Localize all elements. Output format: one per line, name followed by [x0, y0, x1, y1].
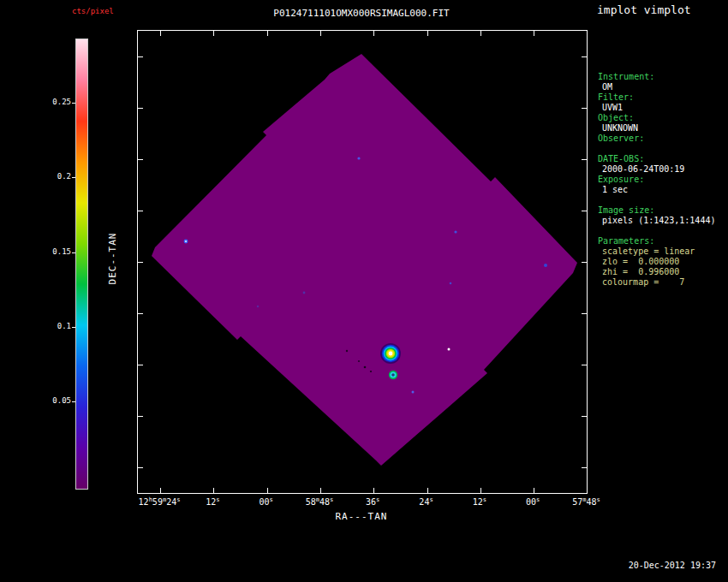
info-value: pixels (1:1423,1:1444) [598, 216, 715, 226]
info-panel: Instrument:OMFilter:UVW1Object:UNKNOWNOb… [598, 72, 715, 288]
point-source [454, 230, 456, 233]
info-label: Instrument: [598, 72, 715, 82]
x-tick-mark [427, 488, 428, 493]
x-tick-label: 00s [526, 496, 540, 507]
point-source [185, 241, 187, 242]
colorbar-tick-label: 0.15 [33, 247, 71, 256]
point-source [357, 157, 360, 159]
point-source [450, 282, 452, 285]
info-label: Parameters: [598, 236, 715, 246]
sky-image [138, 31, 587, 493]
x-tick-mark [534, 488, 534, 493]
colorbar-tick-label: 0.05 [33, 396, 71, 405]
y-tick-mark [582, 416, 587, 417]
point-source [346, 350, 348, 352]
detector-footprint [152, 54, 577, 466]
x-tick-label: 24s [419, 496, 433, 507]
colorbar-tick-mark [72, 177, 75, 178]
colorbar-tick-label: 0.1 [33, 322, 71, 330]
colorbar-tick-mark [72, 327, 75, 328]
point-source [389, 352, 393, 356]
app-title: implot vimplot [597, 3, 691, 16]
x-tick-mark [534, 31, 534, 36]
x-tick-label: 57m48s [572, 496, 600, 507]
x-tick-label: 58m48s [306, 496, 334, 507]
point-source [544, 264, 547, 267]
y-tick-mark [138, 159, 143, 160]
y-tick-mark [138, 416, 143, 417]
info-gap [598, 226, 715, 236]
x-tick-label: 12s [473, 496, 486, 507]
info-label: Observer: [598, 134, 715, 144]
x-tick-mark [427, 31, 428, 36]
x-tick-mark [587, 488, 588, 493]
y-tick-mark [582, 108, 587, 109]
point-source [358, 360, 360, 362]
colorbar-units-label: cts/pixel [72, 7, 114, 15]
y-tick-mark [582, 262, 587, 263]
x-tick-mark [320, 31, 321, 36]
y-tick-mark [582, 56, 587, 57]
x-tick-mark [373, 31, 374, 36]
y-tick-mark [582, 211, 587, 211]
colorbar-tick-label: 0.2 [33, 172, 71, 181]
colorbar-tick-mark [72, 103, 75, 104]
x-tick-mark [267, 31, 268, 36]
x-tick-mark [160, 488, 161, 493]
point-source [391, 373, 395, 377]
y-tick-mark [138, 262, 143, 263]
info-label: Image size: [598, 205, 715, 216]
info-label: Object: [598, 113, 715, 123]
y-tick-mark [582, 313, 587, 314]
y-tick-mark [138, 365, 143, 365]
y-tick-mark [138, 313, 143, 314]
info-value: UNKNOWN [598, 123, 715, 134]
x-tick-mark [480, 31, 481, 36]
y-tick-mark [138, 108, 143, 109]
x-tick-mark [587, 31, 588, 36]
colorbar [75, 39, 88, 490]
x-tick-label: 12s [206, 496, 219, 507]
x-tick-mark [213, 31, 214, 36]
colorbar-tick-mark [72, 252, 75, 253]
x-tick-mark [373, 488, 374, 493]
plot-frame [137, 30, 588, 494]
y-tick-mark [582, 159, 587, 160]
x-tick-label: 12h59m24s [139, 496, 181, 507]
y-tick-mark [582, 365, 587, 365]
point-source [364, 366, 367, 369]
x-tick-mark [480, 488, 481, 493]
point-source [257, 306, 259, 307]
plot-title: P0124711101OMX000RSIMAGL000.FIT [137, 8, 586, 19]
colorbar-tick-label: 0.25 [33, 98, 71, 106]
y-axis-label: DEC--TAN [107, 233, 118, 285]
point-source [448, 348, 451, 351]
x-axis-label: RA---TAN [137, 511, 586, 522]
info-parameter-value: zhi = 0.996000 [598, 267, 715, 277]
info-parameter-value: scaletype = linear [598, 246, 715, 257]
info-label: Exposure: [598, 175, 715, 185]
implot-window: cts/pixel P0124711101OMX000RSIMAGL000.FI… [0, 0, 728, 582]
x-tick-label: 00s [259, 496, 272, 507]
x-tick-mark [160, 31, 161, 36]
x-tick-mark [213, 488, 214, 493]
info-value: 1 sec [598, 185, 715, 195]
point-source [303, 292, 306, 294]
y-tick-mark [138, 56, 143, 57]
y-tick-mark [138, 211, 143, 211]
y-tick-mark [138, 467, 143, 468]
point-source [370, 371, 372, 372]
x-tick-mark [320, 488, 321, 493]
info-label: DATE-OBS: [598, 154, 715, 164]
info-parameter-value: zlo = 0.000000 [598, 257, 715, 267]
colorbar-tick-mark [72, 401, 75, 402]
x-tick-label: 36s [366, 496, 379, 507]
x-tick-mark [267, 488, 268, 493]
point-source [412, 391, 415, 394]
info-label: Filter: [598, 92, 715, 103]
info-value: UVW1 [598, 103, 715, 113]
info-value: 2000-06-24T00:19 [598, 164, 715, 175]
info-value: OM [598, 82, 715, 92]
timestamp: 20-Dec-2012 19:37 [629, 561, 716, 570]
info-gap [598, 144, 715, 154]
